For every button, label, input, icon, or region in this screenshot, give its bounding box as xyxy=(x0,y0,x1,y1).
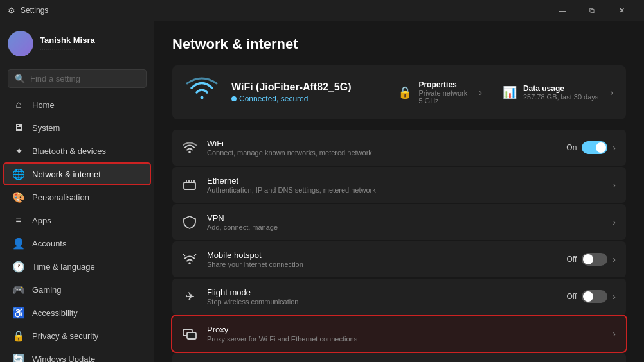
properties-chevron-icon: › xyxy=(479,87,482,98)
properties-meta[interactable]: 🔒 Properties Private network5 GHz › xyxy=(398,80,481,105)
search-box[interactable]: 🔍 xyxy=(8,69,147,88)
sidebar-item-accounts[interactable]: 👤 Accounts xyxy=(4,232,150,254)
flight-toggle[interactable] xyxy=(582,290,607,303)
vpn-item-title: VPN xyxy=(207,213,602,223)
properties-sub: Private network5 GHz xyxy=(418,89,467,105)
vpn-item-control: › xyxy=(613,217,616,227)
vpn-item-desc: Add, connect, manage xyxy=(207,223,602,231)
wifi-toggle[interactable] xyxy=(582,141,607,154)
settings-item-hotspot[interactable]: Mobile hotspot Share your internet conne… xyxy=(172,241,626,277)
sidebar-item-personalisation[interactable]: 🎨 Personalisation xyxy=(4,186,150,208)
flight-toggle-thumb xyxy=(583,291,593,302)
ethernet-item-info: Ethernet Authentication, IP and DNS sett… xyxy=(207,176,602,194)
page-title: Network & internet xyxy=(172,36,626,53)
settings-item-dialup[interactable]: Dial-up Set up a dial-up internet connec… xyxy=(172,353,626,362)
sidebar-item-label: Network & internet xyxy=(32,169,101,179)
flight-item-info: Flight mode Stop wireless communication xyxy=(207,288,557,306)
hotspot-toggle[interactable] xyxy=(582,253,607,266)
ethernet-item-desc: Authentication, IP and DNS settings, met… xyxy=(207,186,602,194)
vpn-chevron-icon: › xyxy=(613,217,616,227)
wifi-item-desc: Connect, manage known networks, metered … xyxy=(207,149,556,157)
sidebar-item-network[interactable]: 🌐 Network & internet xyxy=(4,163,150,185)
update-icon: 🔄 xyxy=(13,353,24,362)
minimize-button[interactable]: — xyxy=(548,0,577,21)
flight-toggle-label: Off xyxy=(567,292,577,301)
wifi-chevron-icon: › xyxy=(613,142,616,153)
bluetooth-icon: ✦ xyxy=(13,145,24,157)
settings-item-ethernet[interactable]: Ethernet Authentication, IP and DNS sett… xyxy=(172,167,626,203)
proxy-chevron-icon: › xyxy=(613,329,616,339)
sidebar-item-label: Time & language xyxy=(32,262,95,272)
titlebar-controls: — ⧉ ✕ xyxy=(548,0,636,21)
ethernet-item-control: › xyxy=(613,180,616,190)
hotspot-item-info: Mobile hotspot Share your internet conne… xyxy=(207,250,557,268)
flight-item-desc: Stop wireless communication xyxy=(207,298,557,306)
time-icon: 🕐 xyxy=(13,261,24,272)
user-profile[interactable]: Tanishk Misra ·················· xyxy=(0,21,154,67)
sidebar-item-label: Windows Update xyxy=(32,354,95,363)
settings-item-vpn[interactable]: VPN Add, connect, manage › xyxy=(172,204,626,240)
data-usage-meta[interactable]: 📊 Data usage 257.78 GB, last 30 days › xyxy=(503,84,613,101)
sidebar-item-label: System xyxy=(32,123,60,133)
network-icon: 🌐 xyxy=(13,168,24,180)
sidebar-item-label: Home xyxy=(32,100,55,110)
content-area: Network & internet WiFi (JioFiber-Aft82_… xyxy=(154,21,644,362)
sidebar-item-accessibility[interactable]: ♿ Accessibility xyxy=(4,302,150,323)
sidebar-item-bluetooth[interactable]: ✦ Bluetooth & devices xyxy=(4,140,150,162)
user-name: Tanishk Misra xyxy=(40,35,147,45)
accounts-icon: 👤 xyxy=(13,237,24,249)
accessibility-icon: ♿ xyxy=(13,307,24,318)
svg-line-8 xyxy=(194,254,196,256)
sidebar-item-system[interactable]: 🖥 System xyxy=(4,117,150,139)
sidebar-item-label: Privacy & security xyxy=(32,331,98,341)
hotspot-toggle-thumb xyxy=(583,254,593,264)
hotspot-item-desc: Share your internet connection xyxy=(207,261,557,268)
proxy-icon xyxy=(183,327,197,341)
sidebar-item-time[interactable]: 🕐 Time & language xyxy=(4,255,150,277)
hotspot-item-title: Mobile hotspot xyxy=(207,250,557,260)
sidebar: Tanishk Misra ·················· 🔍 ⌂ Hom… xyxy=(0,21,154,362)
sidebar-item-update[interactable]: 🔄 Windows Update xyxy=(4,348,150,362)
properties-icon: 🔒 xyxy=(398,85,412,99)
settings-item-proxy[interactable]: Proxy Proxy server for Wi-Fi and Etherne… xyxy=(172,316,626,352)
avatar xyxy=(8,31,33,56)
hotspot-item-control: Off › xyxy=(567,253,616,266)
wifi-item-info: WiFi Connect, manage known networks, met… xyxy=(207,139,556,157)
hotspot-icon xyxy=(183,252,197,266)
settings-item-wifi[interactable]: WiFi Connect, manage known networks, met… xyxy=(172,130,626,166)
wifi-info: WiFi (JioFiber-Aft82_5G) Connected, secu… xyxy=(231,82,385,103)
wifi-signal-icon xyxy=(185,76,219,109)
close-button[interactable]: ✕ xyxy=(607,0,636,21)
sidebar-item-home[interactable]: ⌂ Home xyxy=(4,94,150,116)
sidebar-item-label: Personalisation xyxy=(32,193,89,202)
sidebar-item-label: Bluetooth & devices xyxy=(32,146,106,156)
properties-label: Properties xyxy=(418,80,467,89)
svg-point-0 xyxy=(188,151,191,153)
user-subtitle: ·················· xyxy=(40,45,147,53)
svg-rect-10 xyxy=(187,332,196,339)
proxy-item-title: Proxy xyxy=(207,325,602,334)
restore-button[interactable]: ⧉ xyxy=(577,0,607,21)
app-body: Tanishk Misra ·················· 🔍 ⌂ Hom… xyxy=(0,21,644,362)
hotspot-toggle-label: Off xyxy=(567,255,577,264)
wifi-toggle-thumb xyxy=(596,142,606,153)
settings-item-flight[interactable]: ✈ Flight mode Stop wireless communicatio… xyxy=(172,279,626,315)
search-icon: 🔍 xyxy=(15,74,25,83)
vpn-icon xyxy=(183,215,197,229)
apps-icon: ≡ xyxy=(13,214,24,226)
wifi-toggle-label: On xyxy=(566,143,577,152)
vpn-item-info: VPN Add, connect, manage xyxy=(207,213,602,231)
flight-chevron-icon: › xyxy=(613,291,616,302)
sidebar-item-apps[interactable]: ≡ Apps xyxy=(4,209,150,231)
search-input[interactable] xyxy=(30,74,139,83)
gaming-icon: 🎮 xyxy=(13,284,24,295)
ethernet-chevron-icon: › xyxy=(613,180,616,190)
ethernet-item-title: Ethernet xyxy=(207,176,602,185)
sidebar-item-label: Gaming xyxy=(32,285,62,295)
titlebar-icon: ⚙ xyxy=(8,6,15,15)
wifi-header-card[interactable]: WiFi (JioFiber-Aft82_5G) Connected, secu… xyxy=(172,65,626,119)
sidebar-item-gaming[interactable]: 🎮 Gaming xyxy=(4,279,150,300)
wifi-status: Connected, secured xyxy=(231,94,385,103)
sidebar-item-privacy[interactable]: 🔒 Privacy & security xyxy=(4,325,150,347)
flight-icon: ✈ xyxy=(183,289,197,304)
